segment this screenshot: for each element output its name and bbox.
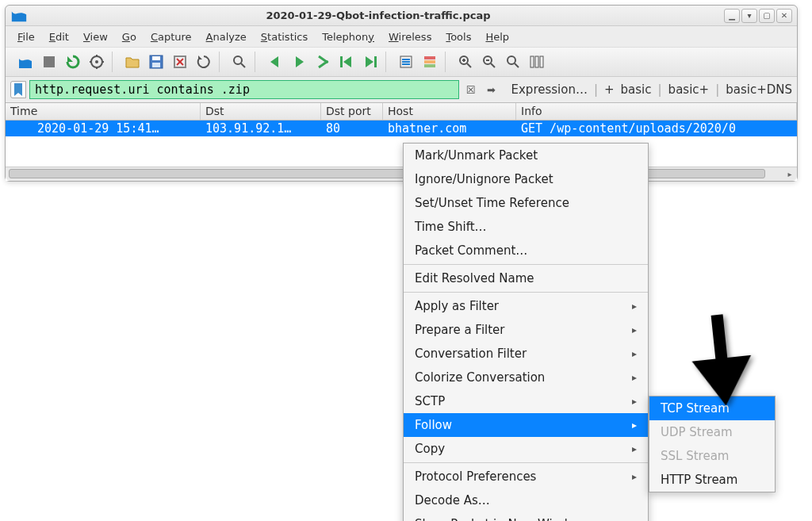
filter-add-button[interactable]: + (604, 82, 615, 97)
svg-rect-17 (374, 56, 377, 67)
filter-apply-icon[interactable]: ➡ (483, 81, 500, 98)
zoom-reset-icon[interactable] (503, 52, 523, 72)
packet-list: Time Dst Dst port Host Info 2020-01-29 1… (6, 102, 797, 181)
ctx-sctp[interactable]: SCTP (404, 389, 648, 413)
app-window: 2020-01-29-Qbot-infection-traffic.pcap ▁… (5, 5, 798, 182)
menu-wireless[interactable]: Wireless (381, 29, 439, 45)
context-menu: Mark/Unmark PacketIgnore/Unignore Packet… (403, 143, 649, 521)
menu-capture[interactable]: Capture (144, 29, 199, 45)
menubar: File Edit View Go Capture Analyze Statis… (6, 26, 797, 47)
titlebar: 2020-01-29-Qbot-infection-traffic.pcap ▁… (6, 6, 797, 26)
ctx-edit-resolved-name[interactable]: Edit Resolved Name (404, 266, 648, 290)
table-row[interactable]: 2020-01-29 15:41… 103.91.92.1… 80 bhatne… (6, 121, 797, 136)
filter-bookmark-basicdns[interactable]: basic+DNS (726, 82, 792, 97)
menu-go[interactable]: Go (115, 29, 144, 45)
svg-rect-8 (152, 56, 160, 60)
filter-expression-button[interactable]: Expression… (511, 82, 588, 97)
ctx-follow[interactable]: Follow (404, 413, 648, 437)
cell-dstport: 80 (321, 121, 383, 136)
ctx-packet-comment-[interactable]: Packet Comment… (404, 239, 648, 262)
go-first-icon[interactable] (336, 52, 357, 72)
close-button[interactable]: ✕ (776, 9, 792, 23)
window-controls: ▁ ▾ ▢ ✕ (724, 9, 792, 23)
svg-rect-16 (340, 56, 343, 67)
svg-point-32 (508, 56, 515, 64)
annotation-arrow-icon (667, 306, 772, 421)
menu-file[interactable]: File (10, 29, 42, 45)
ctx-mark-unmark-packet[interactable]: Mark/Unmark Packet (404, 144, 648, 167)
reload-icon[interactable] (193, 52, 214, 72)
ctx-protocol-preferences[interactable]: Protocol Preferences (404, 465, 648, 488)
packet-list-header: Time Dst Dst port Host Info (6, 103, 797, 121)
filter-bar: ☒ ➡ Expression… | + basic | basic+ | bas… (6, 77, 797, 102)
col-header-info[interactable]: Info (516, 103, 797, 120)
svg-rect-36 (540, 56, 543, 67)
capture-options-icon[interactable] (86, 52, 107, 72)
capture-stop-icon[interactable] (39, 52, 59, 72)
col-header-dstport[interactable]: Dst port (321, 103, 383, 120)
menu-edit[interactable]: Edit (42, 29, 76, 45)
follow-ssl-stream: SSL Stream (649, 444, 775, 468)
resize-columns-icon[interactable] (527, 52, 547, 72)
svg-line-14 (241, 63, 245, 67)
zoom-out-icon[interactable] (479, 52, 500, 72)
go-last-icon[interactable] (360, 52, 381, 72)
capture-start-icon[interactable] (15, 52, 36, 72)
ctx-colorize-conversation[interactable]: Colorize Conversation (404, 366, 648, 389)
maximize-button[interactable]: ▢ (759, 9, 775, 23)
col-header-host[interactable]: Host (383, 103, 516, 120)
go-back-icon[interactable] (265, 52, 285, 72)
menu-tools[interactable]: Tools (439, 29, 478, 45)
display-filter-input[interactable] (29, 80, 459, 99)
go-forward-icon[interactable] (289, 52, 309, 72)
follow-http-stream[interactable]: HTTP Stream (649, 468, 775, 492)
ctx-ignore-unignore-packet[interactable]: Ignore/Unignore Packet (404, 167, 648, 191)
svg-rect-24 (424, 64, 435, 67)
capture-restart-icon[interactable] (63, 52, 83, 72)
cell-host: bhatner.com (383, 121, 516, 136)
filter-clear-icon[interactable]: ☒ (462, 81, 480, 98)
open-file-icon[interactable] (122, 52, 143, 72)
follow-udp-stream: UDP Stream (649, 420, 775, 444)
menu-view[interactable]: View (76, 29, 115, 45)
cell-time: 2020-01-29 15:41… (6, 121, 201, 136)
col-header-dst[interactable]: Dst (201, 103, 321, 120)
menu-statistics[interactable]: Statistics (254, 29, 315, 45)
colorize-icon[interactable] (419, 52, 440, 72)
close-file-icon[interactable] (170, 52, 190, 72)
cell-info: GET /wp-content/uploads/2020/0 (516, 121, 797, 136)
find-icon[interactable] (229, 52, 250, 72)
svg-rect-34 (530, 56, 534, 67)
svg-rect-22 (424, 56, 435, 59)
toolbar (6, 47, 797, 77)
menu-analyze[interactable]: Analyze (199, 29, 254, 45)
autoscroll-icon[interactable] (396, 52, 416, 72)
horizontal-scrollbar[interactable]: ◂ ▸ (6, 167, 797, 181)
ctx-set-unset-time-reference[interactable]: Set/Unset Time Reference (404, 191, 648, 215)
svg-rect-9 (152, 63, 160, 67)
svg-rect-23 (424, 60, 435, 63)
window-title: 2020-01-29-Qbot-infection-traffic.pcap (33, 10, 724, 21)
minimize-button[interactable]: ▁ (724, 9, 740, 23)
menu-help[interactable]: Help (478, 29, 516, 45)
ctx-apply-as-filter[interactable]: Apply as Filter (404, 294, 648, 318)
ctx-time-shift-[interactable]: Time Shift… (404, 215, 648, 239)
filter-bookmark-basicplus[interactable]: basic+ (668, 82, 710, 97)
wireshark-logo-icon (10, 7, 28, 25)
svg-line-33 (515, 63, 519, 67)
drop-button[interactable]: ▾ (741, 9, 757, 23)
svg-point-15 (325, 60, 328, 63)
ctx-show-packet-in-new-window[interactable]: Show Packet in New Window (404, 512, 648, 521)
svg-rect-0 (44, 56, 55, 67)
go-to-icon[interactable] (312, 52, 333, 72)
menu-telephony[interactable]: Telephony (315, 29, 381, 45)
col-header-time[interactable]: Time (6, 103, 201, 120)
save-file-icon[interactable] (146, 52, 167, 72)
filter-bookmark-basic[interactable]: basic (621, 82, 652, 97)
filter-bookmark-icon[interactable] (10, 81, 26, 98)
zoom-in-icon[interactable] (455, 52, 476, 72)
ctx-conversation-filter[interactable]: Conversation Filter (404, 342, 648, 366)
ctx-prepare-a-filter[interactable]: Prepare a Filter (404, 318, 648, 342)
ctx-copy[interactable]: Copy (404, 437, 648, 461)
ctx-decode-as-[interactable]: Decode As… (404, 488, 648, 512)
